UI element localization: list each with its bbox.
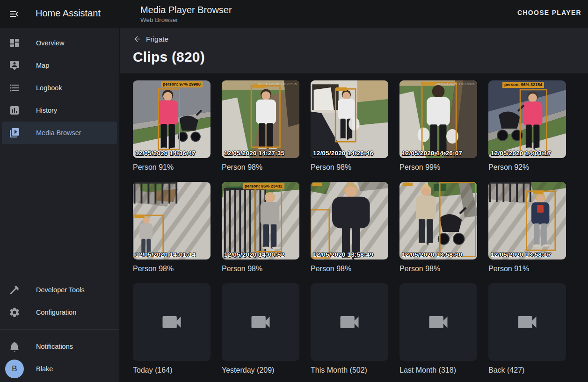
gear-icon	[9, 307, 20, 318]
sidebar-toggle-button[interactable]	[8, 8, 20, 20]
media-folder-card[interactable]: Today (164)	[133, 283, 211, 375]
video-camera-icon	[515, 310, 539, 334]
clip-card[interactable]: 12/05/2020 13:58:17 Person 91%	[488, 182, 566, 273]
clip-thumbnail: person: 96% 3215412/05/2020 14:03:17	[488, 80, 566, 158]
timestamp-overlay: 12/05/2020 13:58:30	[402, 251, 462, 258]
clip-caption: Person 98%	[399, 265, 477, 273]
choose-player-button[interactable]: CHOOSE PLAYER	[517, 9, 581, 16]
clip-card[interactable]: person: 97% 2998812/05/2020 14:36:47 Per…	[133, 80, 211, 172]
media-folder-card[interactable]: This Month (502)	[311, 283, 388, 375]
sidebar-footer-items: Notifications	[0, 335, 119, 358]
user-name: Blake	[36, 365, 53, 373]
timestamp-overlay: 12/05/2020 14:27:35	[224, 150, 284, 157]
clip-caption: Person 98%	[222, 163, 299, 172]
hammer-icon	[9, 284, 20, 296]
media-browser-subtitle: Web Browser	[140, 16, 232, 24]
clip-thumbnail: person: 95% 2343212/05/2020 14:00:52	[222, 182, 299, 259]
sidebar: Overview Map Logbook History Media Brows…	[0, 28, 119, 382]
timestamp-overlay: 12/05/2020 14:03:17	[491, 150, 551, 157]
detection-label: person: 96% 32154	[502, 82, 544, 88]
clip-card[interactable]: 12/05/2020 13:58:49 Person 98%	[311, 182, 388, 273]
media-play-icon	[9, 127, 20, 138]
clip-thumbnail: person: 97% 2998812/05/2020 14:36:47	[133, 80, 211, 158]
media-folder-card[interactable]: Last Month (318)	[399, 283, 477, 375]
clip-card[interactable]: 2020-12-05 15:27:3512/05/2020 14:27:35 P…	[222, 80, 299, 172]
media-scroll-area[interactable]: person: 97% 2998812/05/2020 14:36:47 Per…	[120, 73, 588, 382]
video-camera-icon	[160, 310, 184, 334]
clip-caption: Person 98%	[311, 265, 388, 273]
home-assistant-app: Home Assistant Media Player Browser Web …	[0, 0, 588, 382]
sidebar-item-logbook[interactable]: Logbook	[2, 77, 117, 99]
sidebar-spacer	[0, 144, 119, 279]
sidebar-item-map[interactable]: Map	[2, 54, 117, 77]
arrow-left-icon	[133, 35, 142, 43]
clip-caption: Person 92%	[488, 163, 566, 172]
sidebar-item-configuration[interactable]: Configuration	[2, 301, 117, 324]
clip-thumbnail: 12/05/2020 13:58:30	[399, 182, 477, 259]
media-browser-title: Media Player Browser	[140, 4, 232, 15]
clip-thumbnail: 12/05/2020 13:58:49	[311, 182, 388, 259]
timestamp-overlay: 12/05/2020 14:26:46	[313, 150, 373, 157]
clip-caption: Person 98%	[311, 163, 388, 172]
timestamp-overlay: 12/05/2020 14:26:07	[402, 150, 462, 157]
app-title: Home Assistant	[36, 8, 101, 19]
timestamp-overlay: 12/05/2020 13:58:17	[491, 251, 551, 258]
sidebar-item-notifications[interactable]: Notifications	[2, 335, 117, 358]
main-content: Frigate Clips (820) person: 97% 2998812/…	[120, 28, 588, 382]
timestamp-overlay: 12/05/2020 14:00:52	[224, 251, 284, 258]
folder-caption: This Month (502)	[311, 366, 388, 375]
detection-label: person: 95% 23432	[243, 183, 284, 189]
clip-card[interactable]: person: 95% 2343212/05/2020 14:00:52 Per…	[222, 182, 299, 273]
timestamp-overlay: 12/05/2020 13:58:49	[313, 251, 373, 258]
sidebar-item-overview[interactable]: Overview	[2, 32, 117, 54]
folder-tile	[488, 283, 566, 361]
clip-thumbnail: 12/05/2020 13:58:17	[488, 182, 566, 259]
map-account-icon	[9, 60, 20, 71]
clips-grid: person: 97% 2998812/05/2020 14:36:47 Per…	[120, 73, 588, 375]
folder-caption: Today (164)	[133, 366, 211, 375]
sidebar-tools-items: Developer Tools Configuration	[0, 279, 119, 324]
clip-card[interactable]: person: 96% 3215412/05/2020 14:03:17 Per…	[488, 80, 566, 172]
clip-card[interactable]: 12/05/2020 13:58:30 Person 98%	[399, 182, 477, 273]
camera-osd-timestamp: 2020-12-05 15:26:06	[436, 82, 475, 86]
video-camera-icon	[426, 310, 450, 334]
clip-caption: Person 99%	[399, 163, 477, 172]
app-bar: Home Assistant Media Player Browser Web …	[0, 0, 588, 28]
folder-tile	[311, 283, 388, 361]
dashboard-icon	[9, 37, 20, 49]
video-camera-icon	[248, 310, 273, 334]
sidebar-item-history[interactable]: History	[2, 99, 117, 122]
folder-caption: Yesterday (209)	[222, 366, 299, 375]
clip-thumbnail: 2020-12-05 15:26:0612/05/2020 14:26:07	[399, 80, 477, 158]
media-folder-card[interactable]: Back (427)	[488, 283, 566, 375]
media-player-browser-header: Media Player Browser Web Browser	[140, 4, 232, 24]
content-header: Frigate Clips (820)	[120, 28, 588, 73]
breadcrumb-label: Frigate	[146, 35, 168, 43]
clip-card[interactable]: 12/05/2020 14:01:14 Person 98%	[133, 182, 211, 273]
folder-tile	[222, 283, 299, 361]
breadcrumb[interactable]: Frigate	[133, 35, 168, 43]
clip-card[interactable]: 2020-12-05 15:26:0612/05/2020 14:26:07 P…	[399, 80, 477, 172]
logbook-list-icon	[9, 82, 20, 94]
sidebar-item-media-browser[interactable]: Media Browser	[2, 122, 117, 144]
sidebar-divider	[0, 329, 119, 330]
page-title: Clips (820)	[133, 49, 588, 65]
timestamp-overlay: 12/05/2020 14:36:47	[135, 150, 196, 157]
clip-card[interactable]: 12/05/2020 14:26:46 Person 98%	[311, 80, 388, 172]
sidebar-item-developer-tools[interactable]: Developer Tools	[2, 279, 117, 301]
camera-osd-timestamp: 2020-12-05 15:27:35	[258, 82, 297, 86]
clip-caption: Person 98%	[133, 265, 211, 273]
folder-tile	[133, 283, 211, 361]
clip-caption: Person 91%	[133, 163, 211, 172]
folder-caption: Back (427)	[488, 366, 566, 375]
sidebar-item-user-profile[interactable]: B Blake	[2, 358, 117, 380]
video-camera-icon	[337, 310, 362, 334]
clip-caption: Person 98%	[222, 265, 299, 273]
bell-icon	[9, 341, 20, 352]
folder-tile	[399, 283, 477, 361]
media-folder-card[interactable]: Yesterday (209)	[222, 283, 299, 375]
clip-thumbnail: 2020-12-05 15:27:3512/05/2020 14:27:35	[222, 80, 299, 158]
avatar: B	[5, 360, 24, 378]
clip-thumbnail: 12/05/2020 14:26:46	[311, 80, 388, 158]
folder-caption: Last Month (318)	[399, 366, 477, 375]
